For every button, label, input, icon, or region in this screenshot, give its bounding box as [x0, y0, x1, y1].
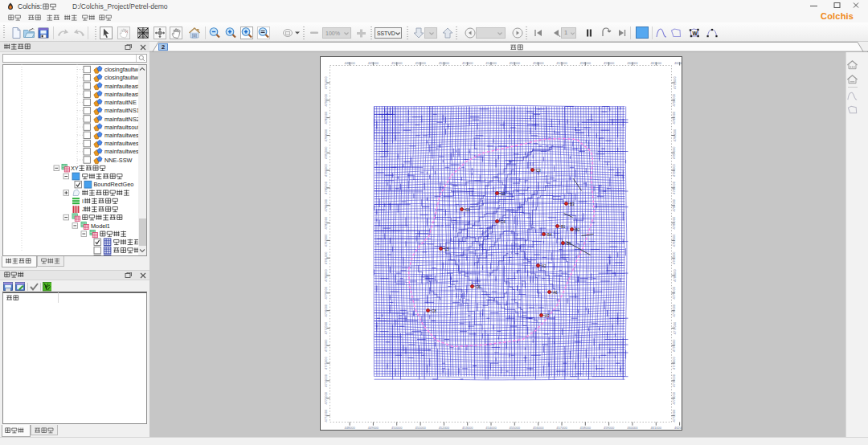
svg-text:460000: 460000: [627, 61, 638, 65]
svg-text:mainfaultwest2: mainfaultwest2: [104, 140, 138, 147]
svg-text:C4: C4: [501, 220, 506, 224]
svg-text:mainfaulteast1: mainfaulteast1: [104, 83, 138, 90]
svg-text:462000: 462000: [674, 61, 682, 65]
svg-text:462000: 462000: [674, 426, 682, 430]
svg-text:B2: B2: [575, 228, 580, 232]
svg-text:4787000: 4787000: [324, 146, 328, 159]
svg-text:4780000: 4780000: [673, 268, 677, 281]
svg-text:4789000: 4789000: [673, 111, 677, 124]
svg-text:4779000: 4779000: [324, 286, 328, 299]
svg-text:4782000: 4782000: [673, 234, 677, 247]
svg-text:4781000: 4781000: [673, 251, 677, 264]
svg-text:Model1: Model1: [91, 222, 110, 230]
svg-text:4774000: 4774000: [673, 374, 677, 386]
svg-text:B6: B6: [567, 242, 571, 246]
svg-text:459000: 459000: [604, 426, 615, 430]
svg-text:C5: C5: [444, 247, 449, 251]
svg-text:4783000: 4783000: [673, 216, 677, 229]
svg-text:C8: C8: [432, 309, 436, 313]
svg-text:453000: 453000: [462, 426, 473, 430]
svg-text:4790000: 4790000: [673, 93, 677, 106]
svg-text:4781000: 4781000: [324, 251, 328, 264]
svg-text:NNE-SSW: NNE-SSW: [104, 157, 133, 164]
svg-text:4777000: 4777000: [673, 321, 677, 334]
svg-text:A3: A3: [545, 314, 550, 318]
svg-text:4776000: 4776000: [673, 339, 677, 352]
svg-text:4773000: 4773000: [324, 391, 328, 404]
svg-text:4777000: 4777000: [324, 321, 328, 334]
svg-text:451000: 451000: [415, 61, 426, 65]
svg-text:B4: B4: [547, 233, 552, 237]
svg-text:4780000: 4780000: [324, 268, 328, 281]
svg-text:4785000: 4785000: [324, 181, 328, 194]
svg-text:A2: A2: [542, 264, 547, 268]
svg-text:4774000: 4774000: [324, 374, 328, 386]
svg-text:4787000: 4787000: [673, 146, 677, 159]
svg-text:C3: C3: [536, 169, 541, 173]
svg-text:456000: 456000: [533, 426, 544, 430]
svg-text:mainfaultwest3: mainfaultwest3: [104, 148, 138, 155]
svg-text:J: J: [82, 206, 85, 213]
svg-text:449000: 449000: [368, 61, 379, 65]
svg-text:closingfaultwe: closingfaultwe: [104, 66, 138, 73]
svg-text:455000: 455000: [510, 61, 521, 65]
svg-text:4784000: 4784000: [324, 198, 328, 211]
svg-text:BoundRectGeo: BoundRectGeo: [94, 181, 134, 188]
svg-text:458000: 458000: [580, 61, 592, 65]
svg-text:C2: C2: [501, 192, 506, 196]
svg-text:4783000: 4783000: [324, 216, 328, 229]
svg-text:4791000: 4791000: [324, 76, 328, 88]
svg-text:456000: 456000: [533, 61, 544, 65]
svg-text:4775000: 4775000: [673, 357, 677, 369]
svg-text:461000: 461000: [651, 61, 662, 65]
svg-text:4778000: 4778000: [673, 304, 677, 316]
svg-text:4775000: 4775000: [324, 357, 328, 369]
svg-text:454000: 454000: [485, 61, 497, 65]
svg-text:4786000: 4786000: [673, 164, 677, 177]
svg-text:XY: XY: [71, 165, 79, 172]
svg-text:458000: 458000: [580, 426, 592, 430]
svg-text:4776000: 4776000: [324, 339, 328, 352]
svg-text:450000: 450000: [391, 61, 403, 65]
svg-text:mainfaultNE: mainfaultNE: [104, 99, 137, 106]
svg-text:4788000: 4788000: [324, 129, 328, 141]
svg-text:4789000: 4789000: [324, 111, 328, 124]
svg-text:452000: 452000: [439, 61, 450, 65]
svg-text:mainfaultNS1: mainfaultNS1: [104, 107, 138, 114]
svg-text:4782000: 4782000: [324, 234, 328, 247]
svg-text:457000: 457000: [556, 426, 567, 430]
svg-text:450000: 450000: [391, 426, 403, 430]
svg-text:4785000: 4785000: [673, 181, 677, 194]
svg-text:A6: A6: [553, 291, 558, 295]
svg-text:C6: C6: [476, 285, 481, 289]
svg-text:4773000: 4773000: [673, 391, 677, 404]
svg-text:460000: 460000: [627, 426, 638, 430]
svg-text:4772000: 4772000: [324, 409, 328, 422]
svg-text:454000: 454000: [485, 426, 497, 430]
svg-text:I: I: [82, 198, 84, 205]
svg-text:449000: 449000: [368, 426, 379, 430]
svg-text:455000: 455000: [510, 426, 521, 430]
svg-text:452000: 452000: [439, 426, 450, 430]
svg-text:mainfaultwest1: mainfaultwest1: [104, 132, 138, 139]
svg-text:448000: 448000: [344, 61, 355, 65]
svg-text:451000: 451000: [415, 426, 426, 430]
svg-text:4788000: 4788000: [673, 129, 677, 141]
svg-text:4790000: 4790000: [324, 93, 328, 106]
svg-text:461000: 461000: [651, 426, 662, 430]
svg-text:4772000: 4772000: [673, 409, 677, 422]
svg-text:457000: 457000: [556, 61, 567, 65]
svg-text:mainfaultsouth: mainfaultsouth: [104, 124, 138, 131]
svg-text:4791000: 4791000: [673, 76, 677, 88]
svg-text:4779000: 4779000: [673, 286, 677, 299]
svg-text:B3: B3: [570, 202, 575, 206]
svg-text:448000: 448000: [344, 426, 355, 430]
svg-text:closingfaultwe: closingfaultwe: [104, 74, 138, 81]
svg-text:4784000: 4784000: [673, 198, 677, 211]
svg-text:B1: B1: [561, 225, 566, 229]
svg-text:C1: C1: [465, 208, 470, 212]
svg-text:mainfaultNS2: mainfaultNS2: [104, 116, 138, 123]
svg-text:4778000: 4778000: [324, 304, 328, 316]
svg-text:mainfaulteast2: mainfaulteast2: [104, 91, 138, 98]
svg-text:453000: 453000: [462, 61, 473, 65]
